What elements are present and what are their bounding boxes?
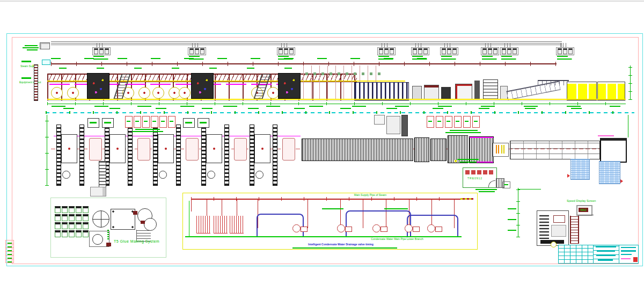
- steam-valve-cluster: [188, 47, 206, 55]
- double-backer-elevation: [354, 82, 409, 100]
- platform-rail: [538, 80, 569, 85]
- single-facer-machine: [278, 73, 301, 99]
- single-facer-machine: [87, 73, 109, 99]
- floor-opening: [159, 171, 167, 179]
- glue-tank-grid: [55, 206, 89, 237]
- screen-ladder: [570, 216, 579, 244]
- dimension-greek-row: [63, 108, 600, 109]
- screen-support: [577, 215, 594, 215]
- paper-roll: [282, 138, 295, 161]
- roll-stand-frame: [109, 134, 126, 163]
- plan-equipment: [401, 115, 408, 136]
- forklift: [90, 187, 106, 196]
- steam-branch: [340, 199, 341, 228]
- floor-opening: [255, 171, 264, 179]
- roll-stand-rail: [79, 125, 84, 186]
- roll-stand-rail: [250, 125, 254, 186]
- knife-section: [493, 143, 509, 157]
- wall-column: [34, 64, 38, 101]
- control-room-code: TRE0912: [467, 177, 482, 180]
- roll-stand-frame: [61, 134, 77, 163]
- steam-valve-cluster: [556, 47, 574, 55]
- speed-screen-label: Speed Display Screen: [567, 199, 596, 202]
- mill-roll-stand: [122, 87, 150, 100]
- glue-system-title: T5 Glue Making System: [114, 239, 159, 244]
- radiator-unit: [214, 216, 228, 234]
- stacker-unit: [567, 82, 597, 100]
- dry-end-machine: [441, 87, 451, 99]
- speed-screen-panel: 6912: [579, 208, 588, 212]
- dimension-greek-row: [52, 106, 620, 107]
- plan-boundary-ticks: [46, 111, 634, 114]
- inspection-machine: [537, 210, 569, 246]
- tank-motor: [133, 211, 137, 215]
- pipe-header-panel: [40, 42, 50, 49]
- paper-roll: [89, 138, 102, 161]
- condensate-pump: [292, 224, 301, 232]
- condensate-pump: [405, 224, 413, 232]
- plan-equipment: [374, 115, 385, 125]
- condensate-pump: [372, 224, 380, 232]
- company-logo: [632, 256, 638, 262]
- dimension-ticks: [47, 102, 626, 105]
- single-facer-machine: [191, 73, 214, 99]
- glue-tank: [144, 218, 157, 231]
- steam-main-title: Main Supply Pipe of Steam: [333, 194, 408, 197]
- speed-screen: 6912: [576, 205, 592, 216]
- tank-motor: [141, 221, 145, 224]
- mill-roll-stand: [51, 87, 79, 100]
- annotation-greek-band: [59, 68, 301, 69]
- machine-block: [414, 137, 429, 162]
- annotation-greek-band: [51, 58, 427, 59]
- cad-drawing-canvas: Steam Supply Equipment Layout: [0, 0, 644, 299]
- conveyor-end-box: [600, 138, 627, 163]
- overhead-pipe-bundle: [51, 41, 562, 46]
- paper-roll: [186, 138, 199, 161]
- dim-line-horizontal: [518, 189, 541, 189]
- floor-line: [47, 99, 626, 100]
- condensate-pump: [337, 224, 345, 232]
- floor-line-edge: [47, 100, 626, 101]
- steam-main-ticks: [191, 197, 462, 201]
- condensate-branch-label: Condensate Water Main Pipe Lower Branch: [354, 238, 440, 241]
- steam-main-yellow-end: [460, 198, 473, 200]
- steam-valve-cluster: [92, 47, 111, 55]
- yellow-marker: [455, 160, 457, 162]
- steam-branch: [207, 199, 207, 216]
- steam-branch: [308, 199, 308, 228]
- steam-branch: [191, 199, 192, 212]
- floor-opening: [62, 171, 70, 179]
- paper-roll: [137, 138, 150, 161]
- plan-right-dim: [628, 115, 628, 137]
- dim-ticks-vertical: [516, 188, 520, 237]
- radiator-unit: [196, 216, 210, 234]
- steam-valve-cluster: [411, 47, 429, 55]
- double-backer-plan: [302, 138, 413, 161]
- dry-end-machine: [424, 85, 439, 100]
- radiator-unit: [230, 216, 244, 234]
- knife-stripe-orange: [496, 145, 500, 154]
- paper-roll: [234, 138, 247, 161]
- pump: [106, 243, 111, 246]
- revision-table: [5, 240, 14, 263]
- roll-stand-rail: [224, 125, 229, 186]
- steam-branch: [222, 199, 222, 216]
- takeoff-conveyor: [510, 141, 600, 159]
- control-room: TRE0912: [463, 167, 497, 188]
- drain-note: Intelligent Condensate Water Drainage va…: [290, 243, 392, 246]
- floor-opening: [207, 171, 215, 179]
- highlight-chip: [42, 60, 50, 65]
- dry-end-machine: [412, 86, 422, 100]
- title-block-right: [619, 245, 639, 263]
- roll-stand-rail: [273, 125, 277, 186]
- steam-valve-cluster: [481, 47, 499, 55]
- title-block-grid: [559, 245, 593, 263]
- machine-block: [430, 138, 447, 161]
- drop-valve-row: [303, 72, 384, 75]
- tag-box-group: [125, 116, 175, 128]
- roll-stand-frame: [206, 134, 222, 163]
- door-arc: [488, 180, 495, 187]
- greek-vertical-note: [107, 229, 109, 239]
- window-top-divider: [0, 1, 644, 2]
- equipment-tag-box: [87, 118, 99, 128]
